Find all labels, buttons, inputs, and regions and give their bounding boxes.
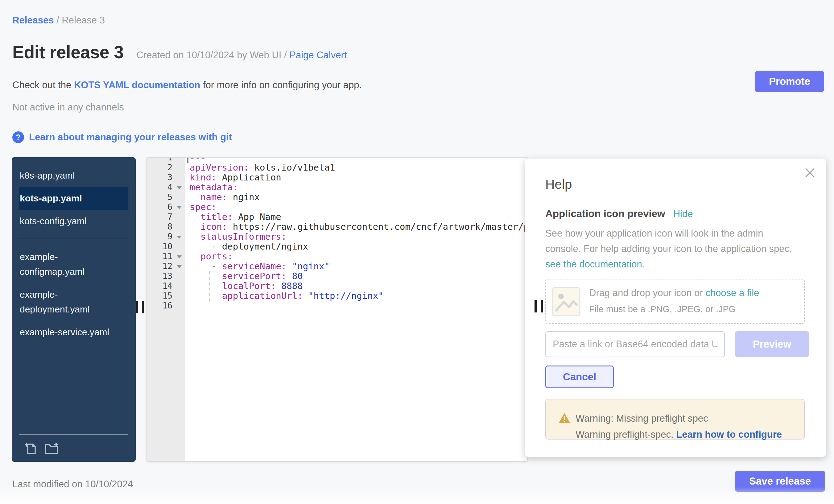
breadcrumb-releases-link[interactable]: Releases (12, 15, 54, 26)
intro-after: for more info on configuring your app. (200, 80, 362, 90)
drop-instructions-text: Drag and drop your icon or (589, 287, 705, 298)
add-folder-icon[interactable] (44, 441, 59, 455)
fold-toggle-icon[interactable] (177, 236, 182, 239)
code-line-12: - serviceName: "nginx" (190, 261, 527, 271)
gutter-line-12: 12 (147, 261, 185, 271)
gutter-line-8: 8 (147, 222, 185, 232)
file-item-k8s-app-yaml[interactable]: k8s-app.yaml (12, 164, 136, 187)
file-item-kots-app-yaml[interactable]: kots-app.yaml (19, 187, 128, 210)
gutter-line-1: 1 (147, 158, 185, 162)
intro-before: Check out the (12, 80, 74, 90)
fold-toggle-icon[interactable] (177, 256, 182, 259)
code-line-13: servicePort: 80 (190, 271, 527, 281)
see-documentation-link[interactable]: see the documentation (545, 259, 642, 269)
help-panel: Help Application icon preview Hide See h… (525, 158, 826, 457)
file-item-example-configmap-yaml[interactable]: example-configmap.yaml (12, 245, 136, 283)
gutter-line-2: 2 (147, 162, 185, 172)
pane-resize-handle-left[interactable] (136, 301, 144, 313)
file-sidebar: k8s-app.yamlkots-app.yamlkots-config.yam… (12, 157, 136, 462)
kots-docs-link[interactable]: KOTS YAML documentation (74, 80, 200, 90)
code-line-15: applicationUrl: "http://nginx" (190, 291, 527, 301)
learn-configure-link[interactable]: Learn how to configure (676, 429, 782, 440)
gutter-line-16: 16 (147, 301, 185, 311)
question-icon: ? (12, 131, 24, 143)
gutter-line-14: 14 (147, 281, 185, 291)
pane-resize-handle-right[interactable] (534, 300, 543, 312)
preflight-warning: Warning: Missing preflight spec Warning … (545, 399, 805, 440)
indent-guide (209, 271, 210, 301)
channel-status: Not active in any channels (12, 102, 124, 113)
warning-text: Warning: Missing preflight spec (575, 413, 708, 424)
icon-drop-area[interactable]: Drag and drop your icon or choose a file… (545, 279, 805, 324)
code-line-9: statusInformers: (190, 232, 527, 242)
code-line-14: localPort: 8888 (190, 281, 527, 291)
warning-detail-text: Warning preflight-spec. (575, 429, 676, 440)
gutter-line-6: 6 (147, 202, 185, 212)
section-title: Application icon preview (545, 208, 665, 220)
fold-toggle-icon[interactable] (177, 265, 182, 268)
gutter-line-11: 11 (147, 251, 185, 261)
created-info: Created on 10/10/2024 by Web UI / Paige … (137, 50, 347, 61)
gutter-line-15: 15 (147, 291, 185, 301)
gutter-line-13: 13 (147, 271, 185, 281)
footer-fade (0, 487, 834, 504)
header-row: Edit release 3 Created on 10/10/2024 by … (12, 42, 347, 62)
close-icon[interactable] (805, 167, 815, 178)
fold-toggle-icon[interactable] (177, 186, 182, 190)
image-placeholder-icon (552, 287, 580, 316)
promote-button[interactable]: Promote (755, 71, 824, 92)
code-line-2: apiVersion: kots.io/v1beta1 (190, 162, 527, 172)
icon-url-input[interactable] (545, 331, 725, 357)
code-line-10: - deployment/nginx (190, 242, 527, 251)
breadcrumb: Releases / Release 3 (12, 15, 105, 26)
file-item-kots-config-yaml[interactable]: kots-config.yaml (12, 210, 136, 233)
breadcrumb-current: Release 3 (62, 15, 105, 26)
icon-preview-section: Application icon preview Hide (545, 208, 693, 220)
preview-button[interactable]: Preview (735, 331, 809, 357)
file-item-example-deployment-yaml[interactable]: example-deployment.yaml (12, 283, 136, 321)
yaml-editor[interactable]: 12345678910111213141516 ---apiVersion: k… (146, 157, 528, 462)
help-title: Help (545, 177, 572, 192)
git-help-row: ? Learn about managing your releases wit… (12, 131, 232, 143)
code-line-8: icon: https://raw.githubusercontent.com/… (190, 222, 527, 232)
gutter-line-5: 5 (147, 192, 185, 202)
gutter-line-4: 4 (147, 182, 185, 192)
gutter-line-9: 9 (147, 232, 185, 242)
file-list: k8s-app.yamlkots-app.yamlkots-config.yam… (12, 157, 136, 344)
breadcrumb-separator: / (54, 15, 62, 26)
intro-line: Check out the KOTS YAML documentation fo… (12, 80, 362, 91)
code-line-3: kind: Application (190, 172, 527, 182)
warning-icon (558, 412, 571, 423)
editor-cursor (187, 158, 189, 163)
file-group-divider (19, 239, 128, 239)
file-item-example-service-yaml[interactable]: example-service.yaml (12, 321, 136, 344)
git-help-link[interactable]: Learn about managing your releases with … (29, 132, 232, 143)
add-file-icon[interactable] (23, 441, 38, 455)
hide-link[interactable]: Hide (673, 209, 693, 220)
fold-toggle-icon[interactable] (177, 206, 182, 209)
gutter-line-3: 3 (147, 172, 185, 182)
code-line-5: name: nginx (190, 192, 527, 202)
sidebar-footer (19, 434, 128, 462)
editor-gutter: 12345678910111213141516 (147, 158, 185, 461)
created-text: Created on 10/10/2024 by Web UI / (137, 50, 290, 61)
code-line-16 (190, 301, 527, 311)
page-title: Edit release 3 (12, 42, 124, 62)
help-description-text: See how your application icon will look … (545, 228, 792, 254)
gutter-line-10: 10 (147, 242, 185, 251)
help-description: See how your application icon will look … (545, 226, 801, 272)
gutter-line-7: 7 (147, 212, 185, 222)
warning-detail: Warning preflight-spec. Learn how to con… (575, 429, 782, 440)
code-line-7: title: App Name (190, 212, 527, 222)
help-description-period: . (642, 259, 645, 269)
choose-file-link[interactable]: choose a file (705, 287, 759, 298)
page: Releases / Release 3 Edit release 3 Crea… (0, 0, 834, 504)
code-line-6: spec: (190, 202, 527, 212)
drop-instructions: Drag and drop your icon or choose a file (589, 287, 759, 299)
file-requirements: File must be a .PNG, .JPEG, or .JPG (589, 304, 736, 314)
cancel-button[interactable]: Cancel (545, 366, 614, 388)
code-line-11: ports: (190, 251, 527, 261)
code-line-4: metadata: (190, 182, 527, 192)
editor-code-area[interactable]: ---apiVersion: kots.io/v1beta1kind: Appl… (185, 158, 527, 461)
author-link[interactable]: Paige Calvert (289, 50, 347, 61)
